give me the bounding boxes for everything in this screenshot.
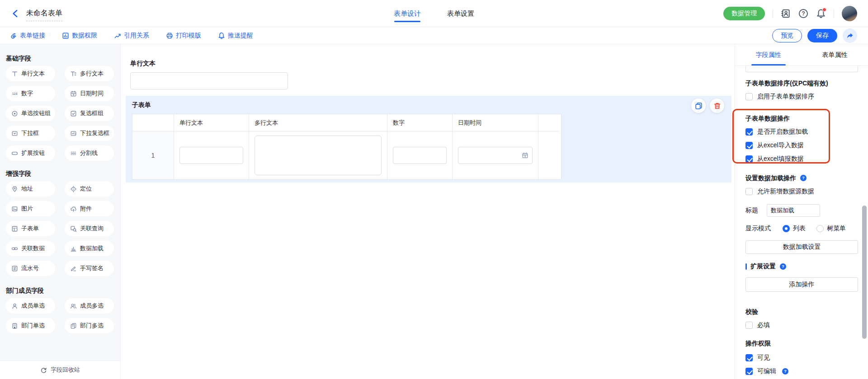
- palette-item-location[interactable]: 定位: [65, 181, 114, 197]
- field-label: 单行文本: [130, 60, 735, 68]
- palette-item-subform[interactable]: 子表单: [6, 221, 55, 236]
- subform-block-selected[interactable]: 子表单 单行文本 多行文本 数字 日期时间 1: [126, 96, 731, 182]
- help-icon[interactable]: [779, 263, 787, 270]
- option-editable[interactable]: 可编辑: [745, 367, 858, 376]
- palette-item-label: 单选按钮组: [21, 109, 51, 117]
- option-excel-fill[interactable]: 从excel填报数据: [745, 154, 858, 164]
- contacts-icon[interactable]: [781, 9, 791, 19]
- dept-multi-icon: [70, 323, 77, 329]
- palette-item-select[interactable]: 下拉框: [6, 126, 55, 141]
- field-single-line-block[interactable]: 单行文本: [130, 60, 735, 89]
- tab-form-properties[interactable]: 表单属性: [802, 44, 868, 66]
- palette-item-member-single[interactable]: 成员单选: [6, 298, 55, 313]
- notification-bell-icon[interactable]: [816, 9, 826, 19]
- link-label: 推送提醒: [228, 32, 253, 40]
- checkbox[interactable]: [745, 142, 753, 149]
- toolbar-links: 表单链接 数据权限 引用关系 打印模版 推送提醒: [10, 32, 253, 40]
- palette-item-label: 数据加载: [80, 244, 104, 253]
- palette-item-label: 定位: [80, 185, 92, 193]
- share-button[interactable]: [843, 28, 857, 43]
- option-enable-subform-sort[interactable]: 启用子表单数据排序: [745, 92, 858, 101]
- field-recycle-bin[interactable]: 字段回收站: [0, 360, 120, 379]
- select-icon: [11, 130, 18, 137]
- palette-item-relation-data[interactable]: 关联数据: [6, 241, 55, 256]
- copy-field-button[interactable]: [691, 98, 706, 113]
- form-link-button[interactable]: 表单链接: [10, 32, 45, 40]
- option-excel-import[interactable]: 从excel导入数据: [745, 141, 858, 150]
- checkbox[interactable]: [745, 155, 753, 163]
- push-remind-icon: [218, 32, 225, 39]
- checkbox[interactable]: [745, 93, 753, 100]
- tab-field-properties[interactable]: 字段属性: [735, 44, 802, 66]
- image-icon: [11, 206, 18, 212]
- reference-icon: [114, 32, 121, 39]
- add-operation-button[interactable]: 添加操作: [745, 277, 858, 292]
- checkbox[interactable]: [745, 128, 753, 136]
- subform-single-line-input[interactable]: [179, 147, 243, 164]
- option-enable-data-load[interactable]: 是否开启数据加载: [745, 127, 858, 136]
- form-title[interactable]: 未命名表单: [26, 9, 62, 21]
- palette-item-attachment[interactable]: 附件: [65, 201, 114, 216]
- radio-tree-mode[interactable]: [816, 225, 824, 232]
- subform-multi-line-textarea[interactable]: [255, 136, 382, 175]
- tab-form-settings[interactable]: 表单设置: [447, 0, 474, 27]
- help-icon[interactable]: [782, 368, 789, 375]
- palette-item-image[interactable]: 图片: [6, 201, 55, 216]
- section-title-basic: 基础字段: [6, 55, 120, 63]
- help-icon[interactable]: [798, 9, 808, 19]
- checkbox[interactable]: [745, 188, 753, 195]
- palette-item-multi-select[interactable]: 下拉复选框: [65, 126, 114, 141]
- data-permission-button[interactable]: 数据权限: [62, 32, 97, 40]
- link-label: 打印模版: [176, 32, 201, 40]
- palette-item-data-load[interactable]: 数据加载: [65, 241, 114, 256]
- avatar[interactable]: [842, 6, 857, 21]
- palette-item-dept-multi[interactable]: 部门多选: [65, 318, 114, 333]
- palette-item-divider[interactable]: 分割线: [65, 145, 114, 161]
- save-button[interactable]: 保存: [807, 29, 837, 42]
- palette-item-dept-single[interactable]: 部门单选: [6, 318, 55, 333]
- checkbox[interactable]: [745, 354, 753, 361]
- column-header: 日期时间: [453, 114, 538, 131]
- radio-list-mode[interactable]: [783, 225, 790, 232]
- checkbox[interactable]: [745, 322, 753, 329]
- palette-item-radio-group[interactable]: 单选按钮组: [6, 106, 55, 121]
- subform-actions: [691, 98, 724, 113]
- single-line-text-input[interactable]: [130, 72, 288, 89]
- palette-item-signature[interactable]: 手写签名: [65, 261, 114, 276]
- palette-item-extend-button[interactable]: 扩展按钮: [6, 145, 55, 161]
- push-remind-button[interactable]: 推送提醒: [218, 32, 253, 40]
- palette-item-label: 日期时间: [80, 89, 104, 98]
- title-field-input[interactable]: [767, 204, 820, 217]
- toolbar-actions: 预览 保存: [772, 28, 857, 43]
- preview-button[interactable]: 预览: [772, 29, 802, 42]
- subform-number-input[interactable]: [393, 147, 447, 164]
- attachment-icon: [70, 206, 77, 212]
- checkbox[interactable]: [745, 368, 753, 375]
- form-canvas: 单行文本 子表单 单行文本 多行文本 数字 日期时间 1: [121, 44, 735, 379]
- data-load-settings-button[interactable]: 数据加载设置: [745, 240, 858, 254]
- location-icon: [70, 186, 77, 192]
- validation-title: 校验: [745, 307, 858, 316]
- reference-relation-button[interactable]: 引用关系: [114, 32, 149, 40]
- palette-item-number[interactable]: 数字: [6, 86, 55, 101]
- option-allow-add-source-data[interactable]: 允许新增数据源数据: [745, 187, 858, 196]
- data-manage-button[interactable]: 数据管理: [723, 7, 765, 20]
- back-icon[interactable]: [11, 9, 20, 18]
- palette-item-single-line-text[interactable]: 单行文本: [6, 66, 55, 81]
- vertical-scrollbar-thumb[interactable]: [862, 206, 867, 339]
- palette-item-serial-number[interactable]: 流水号: [6, 261, 55, 276]
- option-visible[interactable]: 可见: [745, 353, 858, 362]
- palette-item-datetime[interactable]: 日期时间: [65, 86, 114, 101]
- print-template-button[interactable]: 打印模版: [166, 32, 201, 40]
- palette-item-checkbox-group[interactable]: 复选框组: [65, 106, 114, 121]
- palette-item-label: 图片: [21, 205, 33, 213]
- option-required[interactable]: 必填: [745, 321, 858, 330]
- help-icon[interactable]: [800, 174, 807, 182]
- palette-item-address[interactable]: 地址: [6, 181, 55, 197]
- palette-item-multi-line-text[interactable]: 多行文本: [65, 66, 114, 81]
- palette-item-relation-query[interactable]: 关联查询: [65, 221, 114, 236]
- delete-field-button[interactable]: [710, 98, 724, 113]
- tab-form-design[interactable]: 表单设计: [394, 0, 421, 27]
- palette-item-member-multi[interactable]: 成员多选: [65, 298, 114, 313]
- data-load-icon: [70, 245, 77, 252]
